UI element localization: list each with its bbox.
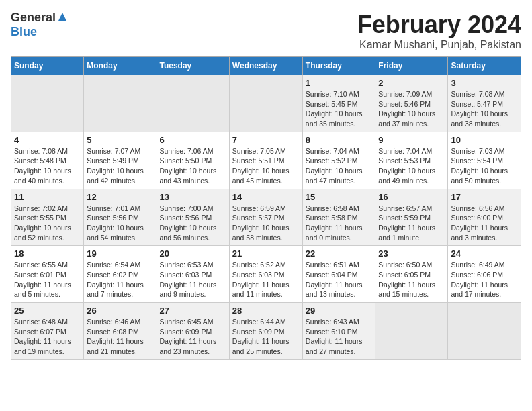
day-number: 4 [14, 135, 81, 145]
day-number: 28 [232, 306, 300, 316]
calendar-day-cell: 18Sunrise: 6:55 AMSunset: 6:01 PMDayligh… [11, 246, 84, 303]
day-info: Sunrise: 6:56 AMSunset: 6:00 PMDaylight:… [451, 203, 518, 243]
calendar-day-cell: 2Sunrise: 7:09 AMSunset: 5:46 PMDaylight… [375, 75, 448, 132]
day-info: Sunrise: 6:59 AMSunset: 5:57 PMDaylight:… [232, 203, 300, 243]
day-info: Sunrise: 6:45 AMSunset: 6:09 PMDaylight:… [160, 317, 226, 357]
calendar-day-cell: 6Sunrise: 7:06 AMSunset: 5:50 PMDaylight… [157, 132, 229, 189]
day-number: 5 [87, 135, 153, 145]
calendar-week-row: 1Sunrise: 7:10 AMSunset: 5:45 PMDaylight… [11, 75, 521, 132]
day-number: 12 [87, 192, 153, 202]
day-info: Sunrise: 6:58 AMSunset: 5:58 PMDaylight:… [306, 203, 373, 243]
calendar-day-cell: 7Sunrise: 7:05 AMSunset: 5:51 PMDaylight… [229, 132, 302, 189]
day-info: Sunrise: 7:03 AMSunset: 5:54 PMDaylight:… [451, 146, 518, 186]
day-number: 18 [14, 248, 81, 259]
calendar-day-cell: 19Sunrise: 6:54 AMSunset: 6:02 PMDayligh… [84, 246, 157, 303]
day-info: Sunrise: 7:07 AMSunset: 5:49 PMDaylight:… [87, 146, 153, 186]
calendar-day-cell [448, 303, 521, 360]
day-number: 8 [306, 135, 373, 145]
calendar-day-cell [375, 303, 448, 360]
calendar-day-cell: 5Sunrise: 7:07 AMSunset: 5:49 PMDaylight… [84, 132, 157, 189]
day-number: 15 [306, 192, 373, 202]
calendar-day-cell: 9Sunrise: 7:04 AMSunset: 5:53 PMDaylight… [375, 132, 448, 189]
calendar-day-cell: 1Sunrise: 7:10 AMSunset: 5:45 PMDaylight… [302, 75, 375, 132]
day-number: 19 [87, 248, 153, 259]
day-of-week-header: Monday [84, 57, 157, 75]
day-info: Sunrise: 6:43 AMSunset: 6:10 PMDaylight:… [306, 317, 373, 357]
day-info: Sunrise: 6:53 AMSunset: 6:03 PMDaylight:… [160, 260, 226, 300]
calendar-header-row: SundayMondayTuesdayWednesdayThursdayFrid… [11, 57, 521, 75]
day-number: 22 [306, 248, 373, 259]
day-info: Sunrise: 6:48 AMSunset: 6:07 PMDaylight:… [14, 317, 81, 357]
calendar-day-cell: 11Sunrise: 7:02 AMSunset: 5:55 PMDayligh… [11, 189, 84, 246]
day-number: 26 [87, 306, 153, 316]
calendar-day-cell [229, 75, 302, 132]
day-number: 7 [232, 135, 300, 145]
calendar-week-row: 18Sunrise: 6:55 AMSunset: 6:01 PMDayligh… [11, 246, 521, 303]
day-number: 13 [160, 192, 226, 202]
day-info: Sunrise: 7:08 AMSunset: 5:48 PMDaylight:… [14, 146, 81, 186]
calendar-day-cell: 21Sunrise: 6:52 AMSunset: 6:03 PMDayligh… [229, 246, 302, 303]
calendar-day-cell: 27Sunrise: 6:45 AMSunset: 6:09 PMDayligh… [157, 303, 229, 360]
day-number: 9 [378, 135, 445, 145]
calendar-day-cell [84, 75, 157, 132]
calendar-day-cell [157, 75, 229, 132]
day-info: Sunrise: 7:04 AMSunset: 5:53 PMDaylight:… [378, 146, 445, 186]
calendar-day-cell: 24Sunrise: 6:49 AMSunset: 6:06 PMDayligh… [448, 246, 521, 303]
calendar-day-cell: 13Sunrise: 7:00 AMSunset: 5:56 PMDayligh… [157, 189, 229, 246]
day-info: Sunrise: 6:46 AMSunset: 6:08 PMDaylight:… [87, 317, 153, 357]
day-number: 10 [451, 135, 518, 145]
calendar-day-cell: 17Sunrise: 6:56 AMSunset: 6:00 PMDayligh… [448, 189, 521, 246]
calendar-day-cell: 16Sunrise: 6:57 AMSunset: 5:59 PMDayligh… [375, 189, 448, 246]
calendar-day-cell [11, 75, 84, 132]
day-of-week-header: Saturday [448, 57, 521, 75]
day-number: 24 [451, 248, 518, 259]
day-of-week-header: Friday [375, 57, 448, 75]
day-info: Sunrise: 7:05 AMSunset: 5:51 PMDaylight:… [232, 146, 300, 186]
day-info: Sunrise: 7:00 AMSunset: 5:56 PMDaylight:… [160, 203, 226, 243]
day-number: 23 [378, 248, 445, 259]
month-title: February 2024 [357, 11, 521, 39]
day-info: Sunrise: 7:10 AMSunset: 5:45 PMDaylight:… [306, 89, 373, 129]
day-info: Sunrise: 6:44 AMSunset: 6:09 PMDaylight:… [232, 317, 300, 357]
svg-marker-0 [58, 13, 66, 21]
day-info: Sunrise: 6:57 AMSunset: 5:59 PMDaylight:… [378, 203, 445, 243]
day-info: Sunrise: 6:52 AMSunset: 6:03 PMDaylight:… [232, 260, 300, 300]
day-info: Sunrise: 7:09 AMSunset: 5:46 PMDaylight:… [378, 89, 445, 129]
day-number: 16 [378, 192, 445, 202]
calendar-table: SundayMondayTuesdayWednesdayThursdayFrid… [11, 56, 521, 360]
day-info: Sunrise: 7:08 AMSunset: 5:47 PMDaylight:… [451, 89, 518, 129]
calendar-day-cell: 8Sunrise: 7:04 AMSunset: 5:52 PMDaylight… [302, 132, 375, 189]
calendar-day-cell: 26Sunrise: 6:46 AMSunset: 6:08 PMDayligh… [84, 303, 157, 360]
calendar-day-cell: 3Sunrise: 7:08 AMSunset: 5:47 PMDaylight… [448, 75, 521, 132]
day-number: 29 [306, 306, 373, 316]
day-number: 17 [451, 192, 518, 202]
day-info: Sunrise: 6:51 AMSunset: 6:04 PMDaylight:… [306, 260, 373, 300]
calendar-day-cell: 25Sunrise: 6:48 AMSunset: 6:07 PMDayligh… [11, 303, 84, 360]
day-number: 21 [232, 248, 300, 259]
day-info: Sunrise: 6:54 AMSunset: 6:02 PMDaylight:… [87, 260, 153, 300]
logo-blue: Blue [11, 25, 37, 38]
day-number: 2 [378, 78, 445, 88]
day-info: Sunrise: 7:02 AMSunset: 5:55 PMDaylight:… [14, 203, 81, 243]
logo: General Blue [11, 11, 68, 39]
day-number: 1 [306, 78, 373, 88]
calendar-week-row: 25Sunrise: 6:48 AMSunset: 6:07 PMDayligh… [11, 303, 521, 360]
day-of-week-header: Wednesday [229, 57, 302, 75]
day-number: 25 [14, 306, 81, 316]
day-number: 27 [160, 306, 226, 316]
day-number: 14 [232, 192, 300, 202]
calendar-day-cell: 20Sunrise: 6:53 AMSunset: 6:03 PMDayligh… [157, 246, 229, 303]
calendar-week-row: 4Sunrise: 7:08 AMSunset: 5:48 PMDaylight… [11, 132, 521, 189]
day-info: Sunrise: 7:04 AMSunset: 5:52 PMDaylight:… [306, 146, 373, 186]
title-area: February 2024 Kamar Mushani, Punjab, Pak… [357, 11, 521, 51]
page-header: General Blue February 2024 Kamar Mushani… [11, 11, 521, 51]
day-info: Sunrise: 6:49 AMSunset: 6:06 PMDaylight:… [451, 260, 518, 300]
day-number: 6 [160, 135, 226, 145]
location-title: Kamar Mushani, Punjab, Pakistan [357, 39, 521, 51]
calendar-day-cell: 29Sunrise: 6:43 AMSunset: 6:10 PMDayligh… [302, 303, 375, 360]
day-info: Sunrise: 7:01 AMSunset: 5:56 PMDaylight:… [87, 203, 153, 243]
calendar-week-row: 11Sunrise: 7:02 AMSunset: 5:55 PMDayligh… [11, 189, 521, 246]
calendar-day-cell: 22Sunrise: 6:51 AMSunset: 6:04 PMDayligh… [302, 246, 375, 303]
calendar-day-cell: 23Sunrise: 6:50 AMSunset: 6:05 PMDayligh… [375, 246, 448, 303]
day-of-week-header: Sunday [11, 57, 84, 75]
